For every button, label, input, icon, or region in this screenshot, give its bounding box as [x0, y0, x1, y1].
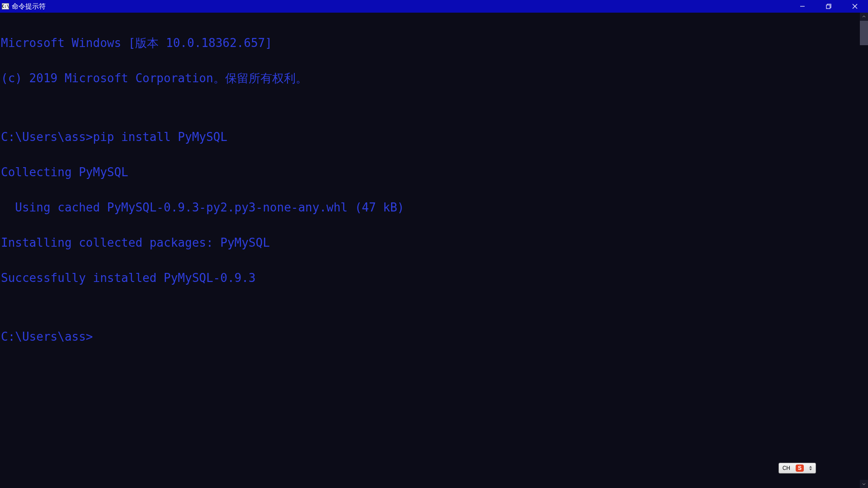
close-button[interactable]: [842, 0, 868, 13]
window-controls: [789, 0, 868, 13]
chevron-down-icon: [809, 469, 812, 470]
svg-rect-1: [826, 5, 830, 9]
output-line: Microsoft Windows [版本 10.0.18362.657]: [1, 37, 867, 49]
cmd-icon: C:\: [2, 3, 9, 9]
scroll-down-button[interactable]: [860, 480, 868, 488]
scroll-thumb[interactable]: [860, 21, 868, 45]
terminal-output: Microsoft Windows [版本 10.0.18362.657] (c…: [1, 14, 867, 366]
output-line: Successfully installed PyMySQL-0.9.3: [1, 272, 867, 284]
ime-options[interactable]: [807, 464, 814, 472]
output-line: (c) 2019 Microsoft Corporation。保留所有权利。: [1, 72, 867, 84]
maximize-button[interactable]: [816, 0, 842, 13]
window-title: 命令提示符: [12, 2, 46, 11]
chevron-up-icon: [862, 15, 866, 19]
chevron-down-icon: [862, 482, 866, 486]
cmd-window: C:\ 命令提示符 Microsoft Windows [版本 10.0.183…: [0, 0, 868, 488]
ime-toolbar[interactable]: CH S: [778, 463, 816, 474]
terminal-body[interactable]: Microsoft Windows [版本 10.0.18362.657] (c…: [0, 13, 868, 488]
scroll-up-button[interactable]: [860, 13, 868, 21]
output-line: C:\Users\ass>pip install PyMySQL: [1, 131, 867, 143]
minimize-icon: [800, 4, 805, 9]
titlebar-left: C:\ 命令提示符: [2, 2, 46, 11]
ime-engine[interactable]: S: [794, 464, 806, 472]
close-icon: [852, 4, 858, 9]
output-line: Collecting PyMySQL: [1, 166, 867, 178]
vertical-scrollbar[interactable]: [860, 13, 868, 488]
chevron-up-icon: [809, 466, 812, 468]
output-line: Using cached PyMySQL-0.9.3-py2.py3-none-…: [1, 202, 867, 213]
output-line: Installing collected packages: PyMySQL: [1, 237, 867, 249]
sogou-icon: S: [796, 465, 804, 472]
prompt-line: C:\Users\ass>: [1, 331, 867, 343]
titlebar[interactable]: C:\ 命令提示符: [0, 0, 868, 13]
ime-language[interactable]: CH: [781, 464, 792, 472]
maximize-icon: [826, 4, 831, 9]
minimize-button[interactable]: [789, 0, 816, 13]
